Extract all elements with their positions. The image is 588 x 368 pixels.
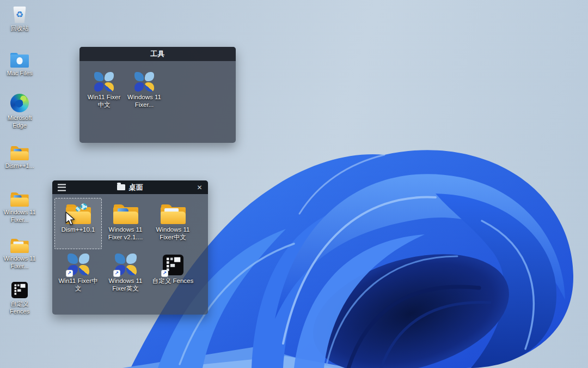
recycle-glyph: ♻: [16, 10, 23, 19]
yellow-folder-icon: [161, 204, 186, 224]
desktop-icon-label: Windows 11 Fixer...: [1, 209, 38, 224]
yellow-folder-icon: [10, 239, 28, 253]
desktop-icon-label: Windows 11 Fixer...: [1, 255, 38, 270]
fence-item-windows-11-fixer-v21[interactable]: Windows 11 Fixer v2.1....: [102, 198, 149, 249]
fence-item-windows-11-fixer-cn-folder[interactable]: Windows 11 Fixer中文: [149, 198, 197, 249]
fence-item-label: Win11 Fixer中文: [85, 93, 123, 109]
fence-item-label: Dism++10.1: [61, 226, 95, 233]
mouse-cursor: [64, 212, 77, 227]
fence-item-dism-10-1[interactable]: Dism++10.1: [54, 198, 102, 249]
desktop-icon-mac-files[interactable]: Mac Files: [1, 49, 38, 77]
fence-item-label: Windows 11 Fixer英文: [103, 277, 148, 293]
desktop-icon-label: Dism++1...: [5, 162, 34, 170]
fence-item-windows-11-fixer[interactable]: Windows 11 Fixer...: [124, 68, 164, 111]
fence-title: 工具: [150, 49, 165, 59]
fence-item-label: Win11 Fixer中文: [56, 277, 101, 293]
fence-title: 桌面: [129, 183, 144, 192]
desktop-icon-dism[interactable]: Dism++1...: [1, 142, 38, 170]
fence-tools-titlebar[interactable]: 工具: [79, 47, 236, 61]
fence-desktop: 桌面 ✕ Dism++10.1 Windows 11 Fixer v2.1...…: [52, 180, 208, 315]
desktop-icon-fences[interactable]: 自定义 Fences: [1, 280, 38, 316]
desktop-icon-label: 回收站: [11, 25, 29, 33]
fence-desktop-grid: Dism++10.1 Windows 11 Fixer v2.1.... Win…: [52, 194, 208, 300]
desktop-icon-windows-11-fixer-1[interactable]: Windows 11 Fixer...: [1, 188, 38, 224]
gear-icon: [76, 207, 81, 212]
fence-item-label: Windows 11 Fixer...: [125, 93, 163, 109]
fence-item-fences-shortcut[interactable]: ↗ 自定义 Fences: [149, 249, 197, 300]
yellow-folder-icon: [113, 204, 138, 224]
desktop-icon-windows-11-fixer-2[interactable]: Windows 11 Fixer...: [1, 234, 38, 270]
mac-files-folder-icon: [10, 53, 29, 68]
edge-icon: [10, 94, 29, 112]
gear-icon: [81, 203, 87, 210]
fence-item-label: Windows 11 Fixer v2.1....: [103, 226, 148, 242]
win11-fixer-icon: [134, 72, 154, 92]
fence-desktop-titlebar[interactable]: 桌面 ✕: [52, 180, 208, 194]
desktop-icon-recycle-bin[interactable]: ♻ 回收站: [1, 4, 38, 33]
desktop-icon-microsoft-edge[interactable]: Microsoft Edge: [1, 94, 38, 130]
fences-icon: [11, 282, 28, 298]
desktop-icon-column: ♻ 回收站 Mac Files Microsoft Edge Dism++1..…: [1, 0, 38, 368]
desktop-icon-label: 自定义 Fences: [1, 300, 38, 316]
shortcut-arrow-icon: ↗: [161, 270, 168, 277]
win11-fixer-icon: [94, 72, 114, 92]
win11-fixer-icon: ↗: [68, 254, 89, 275]
recycle-bin-icon: ♻: [13, 7, 26, 23]
fence-tools: 工具 Win11 Fixer中文 Windows 11 Fixer...: [79, 47, 236, 143]
desktop-icon-label: Mac Files: [7, 70, 32, 77]
fence-item-windows-11-fixer-en-shortcut[interactable]: ↗ Windows 11 Fixer英文: [102, 249, 149, 300]
hamburger-menu-icon[interactable]: [58, 184, 66, 191]
fence-item-win11-fixer-cn[interactable]: Win11 Fixer中文: [84, 68, 124, 111]
apple-logo-icon: [17, 57, 23, 64]
desktop-icon-label: Microsoft Edge: [1, 114, 38, 130]
win11-fixer-icon: ↗: [115, 254, 137, 275]
folder-icon: [117, 184, 125, 190]
yellow-folder-icon: [10, 146, 28, 160]
shortcut-arrow-icon: ↗: [66, 270, 73, 277]
fence-tools-grid: Win11 Fixer中文 Windows 11 Fixer...: [79, 61, 236, 111]
fence-item-win11-fixer-cn-shortcut[interactable]: ↗ Win11 Fixer中文: [54, 249, 102, 300]
shortcut-arrow-icon: ↗: [113, 270, 120, 277]
close-icon[interactable]: ✕: [197, 184, 203, 191]
fence-item-label: 自定义 Fences: [152, 277, 193, 285]
yellow-folder-icon: [10, 192, 28, 207]
fence-item-label: Windows 11 Fixer中文: [150, 226, 195, 242]
